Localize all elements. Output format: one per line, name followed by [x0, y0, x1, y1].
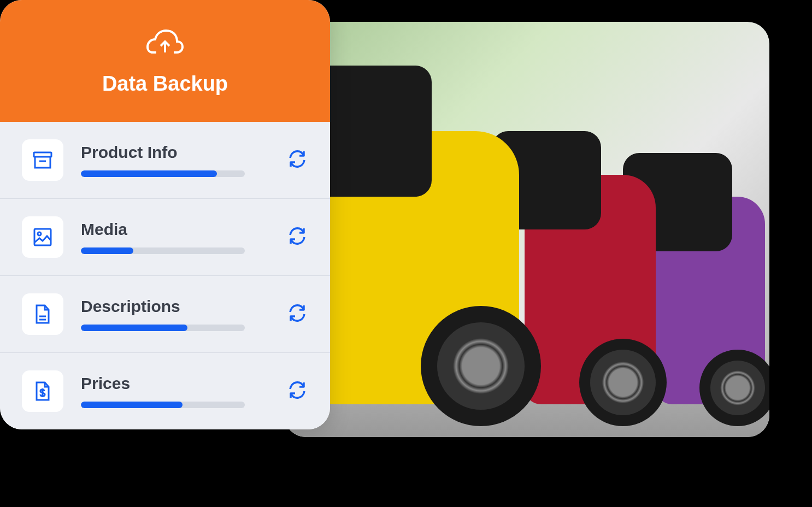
- sync-icon[interactable]: [286, 379, 308, 403]
- progress-fill: [81, 247, 133, 254]
- item-label: Media: [81, 220, 275, 239]
- backup-list: Product Info: [0, 122, 330, 429]
- image-icon: [22, 216, 63, 258]
- progress-fill: [81, 402, 183, 408]
- item-label: Descriptions: [81, 297, 275, 316]
- file-text-icon: [22, 293, 63, 335]
- item-label: Prices: [81, 374, 275, 393]
- backup-title: Data Backup: [22, 72, 308, 96]
- sync-icon[interactable]: [286, 302, 308, 326]
- progress-fill: [81, 170, 217, 177]
- backup-item-prices: Prices: [0, 353, 330, 429]
- scooter-purple: [656, 197, 765, 404]
- scooter-yellow: [311, 131, 519, 404]
- progress-bar: [81, 247, 245, 254]
- scooter-red: [525, 175, 656, 404]
- backup-item-descriptions: Descriptions: [0, 276, 330, 353]
- svg-rect-0: [34, 152, 51, 157]
- sync-icon[interactable]: [286, 225, 308, 249]
- file-dollar-icon: [22, 370, 63, 412]
- sync-icon[interactable]: [286, 148, 308, 172]
- backup-item-media: Media: [0, 199, 330, 276]
- backup-item-product-info: Product Info: [0, 122, 330, 199]
- product-photo: [284, 22, 769, 437]
- progress-bar: [81, 325, 245, 331]
- backup-header: Data Backup: [0, 0, 330, 122]
- item-label: Product Info: [81, 143, 275, 162]
- cloud-upload-icon: [145, 26, 185, 59]
- progress-bar: [81, 402, 245, 408]
- progress-bar: [81, 170, 245, 177]
- svg-point-3: [38, 232, 41, 235]
- progress-fill: [81, 325, 187, 331]
- archive-box-icon: [22, 139, 63, 181]
- backup-panel: Data Backup Product Info: [0, 0, 330, 429]
